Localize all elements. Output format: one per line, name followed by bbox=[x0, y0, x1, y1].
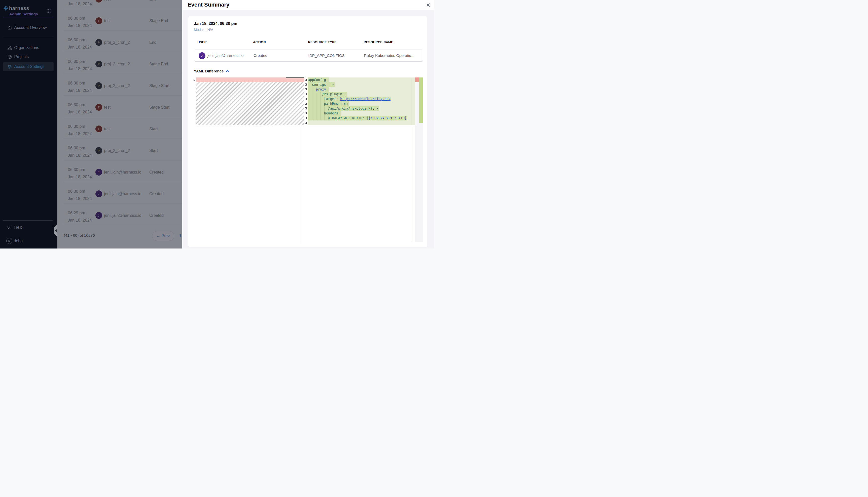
indent-guide bbox=[324, 106, 325, 111]
diff-modified-pane: appConfig: configs: |- proxy: '/rs-plugi… bbox=[308, 77, 415, 242]
indent-guide bbox=[320, 92, 320, 97]
diff-glyph-icon bbox=[194, 79, 196, 81]
event-datetime: Jan 18, 2024, 06:30 pm bbox=[194, 22, 237, 26]
col-header-resource-type: RESOURCE TYPE bbox=[308, 41, 336, 44]
collapse-arrow-icon bbox=[55, 229, 57, 232]
diff-added-line: appConfig: bbox=[308, 77, 415, 82]
indent-guide bbox=[320, 116, 320, 120]
event-module: Module: N/A bbox=[194, 28, 213, 32]
drawer-overlay[interactable] bbox=[0, 0, 182, 248]
indent-guide bbox=[312, 111, 313, 116]
avatar: J bbox=[198, 52, 205, 59]
diff-added-line: /api/proxy/rs-plugin/?: / bbox=[308, 106, 415, 111]
event-row[interactable]: J jenil.jain@harness.io Created IDP_APP_… bbox=[194, 49, 423, 62]
indent-guide bbox=[320, 97, 320, 101]
yaml-difference-toggle[interactable]: YAML Difference bbox=[194, 69, 229, 73]
indent-guide bbox=[312, 87, 313, 92]
diff-glyph-icon bbox=[305, 98, 307, 100]
code-text: '/rs-plugin': bbox=[308, 92, 347, 97]
event-action: Created bbox=[253, 53, 267, 58]
chevron-up-icon bbox=[226, 70, 229, 72]
diff-glyph-icon bbox=[305, 88, 307, 90]
indent-guide bbox=[324, 101, 325, 106]
event-summary-card: Jan 18, 2024, 06:30 pm Module: N/A USER … bbox=[188, 16, 428, 247]
drawer-title: Event Summary bbox=[188, 1, 229, 8]
col-header-resource-name: RESOURCE NAME bbox=[364, 41, 394, 44]
diff-overview-marker bbox=[286, 77, 304, 78]
indent-guide bbox=[328, 116, 329, 120]
indent-guide bbox=[324, 116, 325, 120]
diff-original-pane bbox=[196, 77, 304, 242]
diff-glyph-icon bbox=[305, 112, 307, 114]
diff-glyph-icon bbox=[305, 108, 307, 110]
yaml-diff-editor[interactable]: appConfig: configs: |- proxy: '/rs-plugi… bbox=[188, 77, 428, 242]
diff-overview-ruler bbox=[415, 77, 423, 242]
event-resource-name: Rafay Kubernetes Operatio... bbox=[364, 53, 415, 58]
diff-added-line: pathRewrite: bbox=[308, 101, 415, 106]
diff-glyph-icon bbox=[305, 103, 307, 105]
diff-empty-hatch bbox=[196, 82, 304, 125]
drawer-header: Event Summary bbox=[182, 0, 434, 10]
indent-guide bbox=[328, 106, 329, 111]
code-text: X-RAFAY-API-KEYID: ${X-RAFAY-API-KEYID} bbox=[308, 116, 407, 120]
event-resource-type: IDP_APP_CONFIGS bbox=[308, 53, 345, 58]
diff-added-line: '/rs-plugin': bbox=[308, 92, 415, 97]
diff-added-line: headers: bbox=[308, 111, 415, 116]
indent-guide bbox=[312, 97, 313, 101]
overview-removed-marker bbox=[415, 77, 419, 82]
code-text: appConfig: bbox=[308, 77, 329, 82]
diff-added-line bbox=[308, 120, 415, 125]
indent-guide bbox=[312, 116, 313, 120]
diff-added-line: X-RAFAY-API-KEYID: ${X-RAFAY-API-KEYID} bbox=[308, 116, 415, 120]
code-text: configs: |- bbox=[308, 82, 335, 87]
code-text: proxy: bbox=[308, 87, 329, 92]
overview-added-marker bbox=[419, 77, 423, 123]
indent-guide bbox=[320, 111, 320, 116]
diff-glyph-icon bbox=[305, 122, 307, 124]
close-icon[interactable] bbox=[425, 2, 431, 8]
col-header-action: ACTION bbox=[253, 41, 266, 44]
diff-added-line: target: https://console.rafay.dev bbox=[308, 97, 415, 101]
indent-guide bbox=[320, 101, 320, 106]
indent-guide bbox=[312, 106, 313, 111]
indent-guide bbox=[312, 92, 313, 97]
col-header-user: USER bbox=[198, 41, 207, 44]
code-text: /api/proxy/rs-plugin/?: / bbox=[308, 106, 379, 111]
event-user: jenil.jain@harness.io bbox=[207, 53, 244, 58]
indent-guide bbox=[312, 101, 313, 106]
diff-added-line: configs: |- bbox=[308, 82, 415, 87]
indent-guide bbox=[320, 106, 320, 111]
diff-glyph-icon bbox=[305, 93, 307, 95]
diff-glyph-icon bbox=[305, 79, 307, 81]
indent-guide bbox=[324, 111, 325, 116]
diff-added-line: proxy: bbox=[308, 87, 415, 92]
code-text: pathRewrite: bbox=[308, 101, 349, 106]
diff-glyph-icon bbox=[305, 84, 307, 86]
drawer-body: Jan 18, 2024, 06:30 pm Module: N/A USER … bbox=[182, 10, 434, 248]
event-summary-drawer: Event Summary Jan 18, 2024, 06:30 pm Mod… bbox=[182, 0, 434, 248]
yaml-difference-label: YAML Difference bbox=[194, 69, 223, 73]
indent-guide bbox=[324, 97, 325, 101]
diff-glyph-icon bbox=[305, 117, 307, 119]
indent-guide bbox=[312, 82, 313, 87]
